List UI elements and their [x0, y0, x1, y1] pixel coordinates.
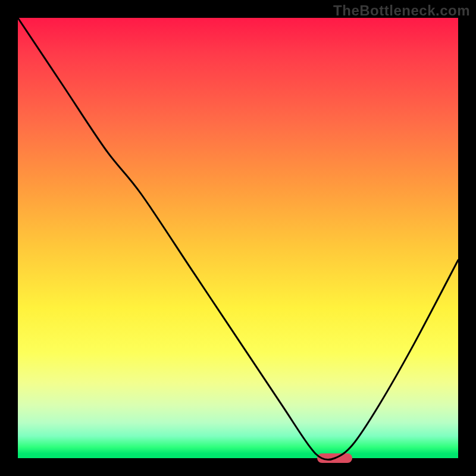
- watermark-text: TheBottleneck.com: [333, 2, 470, 19]
- curve-svg: [18, 18, 458, 458]
- plot-area: [18, 18, 458, 458]
- bottleneck-curve-path: [18, 18, 458, 460]
- chart-frame: TheBottleneck.com: [0, 0, 476, 476]
